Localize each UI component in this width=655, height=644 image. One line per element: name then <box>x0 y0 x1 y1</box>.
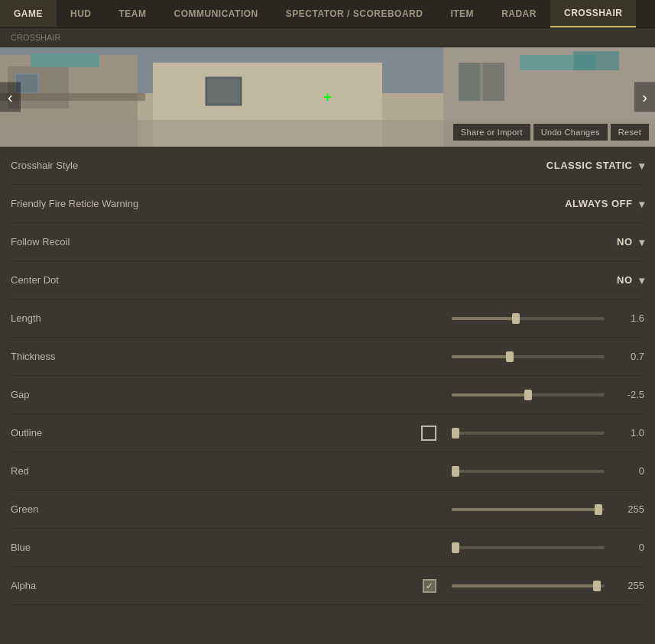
red-thumb[interactable] <box>452 466 459 477</box>
length-value: 1.6 <box>614 312 644 324</box>
blue-value: 0 <box>614 542 644 553</box>
follow-recoil-row: Follow Recoil NO ▾ <box>11 223 644 261</box>
center-dot-control: NO ▾ <box>179 274 644 286</box>
nav-item-team[interactable]: TEAM <box>105 0 161 28</box>
undo-changes-button[interactable]: Undo Changes <box>533 124 608 141</box>
nav-item-game[interactable]: GAME <box>0 0 57 28</box>
friendly-fire-row: Friendly Fire Reticle Warning ALWAYS OFF… <box>11 185 644 223</box>
blue-slider[interactable] <box>452 541 605 555</box>
settings-panel: Crosshair Style CLASSIC STATIC ▾ Friendl… <box>0 147 655 605</box>
thickness-label: Thickness <box>11 351 179 362</box>
friendly-fire-dropdown[interactable]: ALWAYS OFF ▾ <box>565 198 644 210</box>
friendly-fire-label: Friendly Fire Reticle Warning <box>11 198 179 209</box>
alpha-slider-row: 255 <box>179 579 644 593</box>
blue-control: 0 <box>179 541 644 555</box>
svg-rect-12 <box>483 63 504 101</box>
thickness-value: 0.7 <box>614 351 644 362</box>
outline-slider[interactable] <box>452 426 605 440</box>
blue-label: Blue <box>11 542 179 553</box>
alpha-row: Alpha 255 <box>11 567 644 605</box>
green-row: Green 255 <box>11 490 644 529</box>
thickness-track <box>452 355 605 358</box>
nav-item-communication[interactable]: COMMUNICATION <box>161 0 272 28</box>
gap-control: -2.5 <box>179 388 644 402</box>
green-label: Green <box>11 503 179 515</box>
svg-rect-8 <box>206 78 241 105</box>
crosshair-style-dropdown[interactable]: CLASSIC STATIC ▾ <box>546 160 644 172</box>
green-slider[interactable] <box>452 503 605 516</box>
alpha-checkbox[interactable] <box>423 579 436 593</box>
friendly-fire-value: ALWAYS OFF <box>565 198 632 209</box>
gap-fill <box>452 393 528 396</box>
gap-slider-row: -2.5 <box>179 388 644 402</box>
gap-row: Gap -2.5 <box>11 376 644 414</box>
alpha-value: 255 <box>614 580 644 591</box>
nav-item-crosshair[interactable]: CROSSHAIR <box>550 0 637 28</box>
length-thumb[interactable] <box>512 313 520 324</box>
length-slider-row: 1.6 <box>179 312 644 325</box>
follow-recoil-value: NO <box>617 236 633 248</box>
preview-next-button[interactable]: › <box>634 83 655 112</box>
crosshair-style-row: Crosshair Style CLASSIC STATIC ▾ <box>11 147 644 185</box>
svg-rect-11 <box>459 63 480 101</box>
red-label: Red <box>11 465 179 477</box>
blue-thumb[interactable] <box>452 542 459 553</box>
gap-label: Gap <box>11 389 179 400</box>
friendly-fire-arrow: ▾ <box>639 198 645 210</box>
outline-checkbox[interactable] <box>421 426 436 441</box>
length-fill <box>452 317 516 320</box>
crosshair-style-control: CLASSIC STATIC ▾ <box>179 160 644 172</box>
alpha-fill <box>452 584 597 587</box>
thickness-slider-row: 0.7 <box>179 350 644 364</box>
alpha-control: 255 <box>179 579 644 593</box>
follow-recoil-dropdown[interactable]: NO ▾ <box>617 236 644 248</box>
thickness-slider[interactable] <box>452 350 605 364</box>
green-thumb[interactable] <box>595 504 602 515</box>
alpha-track <box>452 584 605 587</box>
center-dot-arrow: ▾ <box>639 274 645 286</box>
crosshair-style-label: Crosshair Style <box>11 160 179 171</box>
center-dot-dropdown[interactable]: NO ▾ <box>617 274 644 286</box>
blue-track <box>452 546 605 549</box>
thickness-thumb[interactable] <box>506 351 514 362</box>
crosshair-preview: + ‹ › Share or Import Undo Changes Reset <box>0 47 655 147</box>
length-track <box>452 317 605 320</box>
outline-slider-row: 1.0 <box>179 426 644 441</box>
alpha-slider[interactable] <box>452 579 605 593</box>
follow-recoil-control: NO ▾ <box>179 236 644 248</box>
nav-item-item[interactable]: ITEM <box>436 0 488 28</box>
red-slider[interactable] <box>452 464 605 478</box>
outline-label: Outline <box>11 427 179 439</box>
outline-track <box>452 432 605 435</box>
length-slider[interactable] <box>452 312 605 325</box>
svg-rect-5 <box>31 53 99 67</box>
center-dot-label: Center Dot <box>11 274 179 286</box>
outline-thumb[interactable] <box>452 428 459 439</box>
share-import-button[interactable]: Share or Import <box>453 124 530 141</box>
thickness-control: 0.7 <box>179 350 644 364</box>
crosshair-style-arrow: ▾ <box>639 160 645 172</box>
crosshair-indicator: + <box>323 90 332 104</box>
alpha-thumb[interactable] <box>593 581 601 591</box>
reset-button[interactable]: Reset <box>611 124 649 141</box>
outline-control: 1.0 <box>179 426 644 441</box>
gap-thumb[interactable] <box>524 390 532 400</box>
red-slider-row: 0 <box>179 464 644 478</box>
length-row: Length 1.6 <box>11 299 644 338</box>
nav-item-radar[interactable]: RADAR <box>488 0 550 28</box>
outline-value: 1.0 <box>614 427 644 439</box>
green-control: 255 <box>179 503 644 516</box>
red-row: Red 0 <box>11 452 644 490</box>
red-control: 0 <box>179 464 644 478</box>
gap-value: -2.5 <box>614 389 644 400</box>
nav-item-hud[interactable]: HUD <box>57 0 105 28</box>
red-track <box>452 470 605 473</box>
center-dot-value: NO <box>617 274 633 286</box>
preview-actions: Share or Import Undo Changes Reset <box>453 124 649 141</box>
green-track <box>452 508 605 511</box>
nav-item-spectator[interactable]: SPECTATOR / SCOREBOARD <box>272 0 437 28</box>
preview-prev-button[interactable]: ‹ <box>0 83 21 112</box>
crosshair-style-value: CLASSIC STATIC <box>546 160 633 171</box>
green-value: 255 <box>614 503 644 515</box>
gap-slider[interactable] <box>452 388 605 402</box>
